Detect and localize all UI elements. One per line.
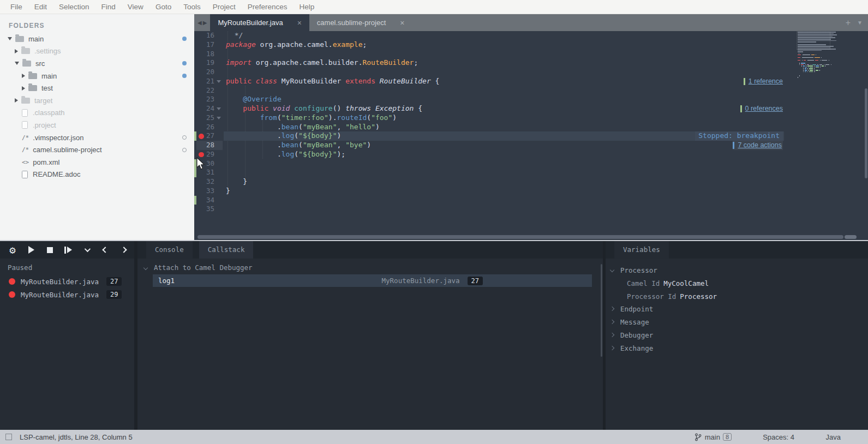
tab-close-icon[interactable]: × xyxy=(297,19,302,27)
code-line-25[interactable]: 25 from("timer:foo").routeId("foo") xyxy=(194,113,868,123)
chevron-right-icon[interactable] xyxy=(610,333,614,337)
git-branch-indicator[interactable]: main 8 xyxy=(695,430,732,444)
sidebar-folder-test[interactable]: test xyxy=(0,82,194,94)
chevron-right-icon[interactable] xyxy=(610,346,614,350)
code-line-29[interactable]: 29 .log("${body}"); xyxy=(194,150,868,159)
code-line-31[interactable]: 31 xyxy=(194,168,868,177)
code-line-20[interactable]: 20 xyxy=(194,68,868,77)
sidebar-file-.vimspector.json[interactable]: /*.vimspector.json xyxy=(0,131,194,144)
code-line-18[interactable]: 18 xyxy=(194,50,868,59)
chevron-down-button[interactable] xyxy=(81,244,93,256)
tab-nav-right-icon[interactable]: ▶ xyxy=(203,20,207,26)
collapse-arrow-icon[interactable] xyxy=(15,62,19,65)
continue-button[interactable] xyxy=(25,244,37,256)
vertical-scrollbar[interactable] xyxy=(865,88,867,178)
code-line-30[interactable]: 30 xyxy=(194,159,868,169)
tab-variables[interactable]: Variables xyxy=(614,241,669,259)
code-line-26[interactable]: 26 .bean("myBean", "hello") xyxy=(194,123,868,132)
variable-group-message[interactable]: Message xyxy=(606,315,868,328)
code-line-16[interactable]: 16 */ xyxy=(194,31,868,40)
menu-item-selection[interactable]: Selection xyxy=(53,0,95,14)
tab-console[interactable]: Console xyxy=(146,241,193,259)
code-line-27[interactable]: 27 .log("${body}")Stopped: breakpoint xyxy=(194,131,868,141)
code-line-35[interactable]: 35 xyxy=(194,205,868,214)
breakpoint-dot-icon[interactable] xyxy=(9,278,15,285)
code-line-34[interactable]: 34 xyxy=(194,196,868,205)
expand-arrow-icon[interactable] xyxy=(15,98,18,103)
sidebar-folder-.settings[interactable]: .settings xyxy=(0,45,194,58)
variable-group-debugger[interactable]: Debugger xyxy=(606,328,868,341)
code-line-23[interactable]: 23 @Override xyxy=(194,95,868,104)
menu-item-tools[interactable]: Tools xyxy=(177,0,207,14)
references-link[interactable]: 0 references xyxy=(740,104,783,113)
tab-MyRouteBuilder.java[interactable]: MyRouteBuilder.java× xyxy=(210,14,309,31)
expand-arrow-icon[interactable] xyxy=(15,49,18,53)
code-line-24[interactable]: 24 public void configure() throws Except… xyxy=(194,104,868,113)
menu-item-preferences[interactable]: Preferences xyxy=(242,0,294,14)
chevron-down-icon[interactable] xyxy=(610,268,614,272)
breakpoint-dot-icon[interactable] xyxy=(9,291,15,298)
menu-item-find[interactable]: Find xyxy=(95,0,122,14)
horizontal-scrollbar[interactable] xyxy=(197,235,843,239)
menu-item-file[interactable]: File xyxy=(4,0,28,14)
code-line-19[interactable]: 19import org.apache.camel.builder.RouteB… xyxy=(194,58,868,68)
sidebar-file-pom.xml[interactable]: <>pom.xml xyxy=(0,156,194,169)
new-tab-icon[interactable]: + xyxy=(846,18,851,28)
tab-camel.sublime-project[interactable]: camel.sublime-project× xyxy=(309,14,412,31)
indentation-indicator[interactable]: Spaces: 4 xyxy=(763,430,794,444)
sidebar-folder-target[interactable]: target xyxy=(0,94,194,107)
code-line-32[interactable]: 32 } xyxy=(194,177,868,187)
references-link[interactable]: 1 reference xyxy=(744,77,783,86)
syntax-indicator[interactable]: Java xyxy=(826,430,841,444)
fold-arrow-icon[interactable] xyxy=(217,80,221,83)
code-actions-link[interactable]: 7 code actions xyxy=(733,141,783,150)
sidebar-file-.project[interactable]: .project xyxy=(0,119,194,131)
chevron-left-button[interactable] xyxy=(99,244,111,256)
sidebar-file-.classpath[interactable]: .classpath xyxy=(0,107,194,119)
tab-overflow-icon[interactable]: ▼ xyxy=(857,20,863,26)
sidebar-file-README.adoc[interactable]: README.adoc xyxy=(0,169,194,181)
expand-arrow-icon[interactable] xyxy=(22,74,25,78)
variable-group-processor[interactable]: Processor xyxy=(606,263,868,277)
menu-item-goto[interactable]: Goto xyxy=(149,0,177,14)
chevron-right-icon[interactable] xyxy=(610,307,614,311)
vcs-status-icon[interactable] xyxy=(5,434,12,440)
settings-gear-icon[interactable]: ⚙ xyxy=(7,244,19,256)
code-line-33[interactable]: 33} xyxy=(194,187,868,196)
chevron-right-button[interactable] xyxy=(118,244,130,256)
sidebar-file-camel.sublime-project[interactable]: /*camel.sublime-project xyxy=(0,143,194,156)
chevron-right-icon[interactable] xyxy=(610,320,614,324)
console-scrollbar[interactable] xyxy=(601,264,602,357)
expand-arrow-icon[interactable] xyxy=(22,86,25,91)
breakpoint-item[interactable]: MyRouteBuilder.java29 xyxy=(0,288,134,301)
fold-arrow-icon[interactable] xyxy=(217,107,221,110)
breakpoint-item[interactable]: MyRouteBuilder.java27 xyxy=(0,275,134,288)
sidebar-folder-main[interactable]: main xyxy=(0,70,194,82)
menu-item-view[interactable]: View xyxy=(122,0,149,14)
thread-row[interactable]: Attach to Camel Debugger xyxy=(144,263,253,272)
code-line-17[interactable]: 17package org.apache.camel.example; xyxy=(194,40,868,50)
stack-frame-row[interactable]: log1MyRouteBuilder.java27 xyxy=(153,274,592,287)
code-line-21[interactable]: 21public class MyRouteBuilder extends Ro… xyxy=(194,77,868,86)
collapse-arrow-icon[interactable] xyxy=(8,37,12,40)
menu-item-help[interactable]: Help xyxy=(294,0,321,14)
tab-close-icon[interactable]: × xyxy=(400,19,404,27)
tab-nav-arrows[interactable]: ◀ ▶ xyxy=(194,14,210,31)
stop-button[interactable] xyxy=(44,244,56,256)
tab-callstack[interactable]: Callstack xyxy=(199,241,254,259)
sidebar-folder-src[interactable]: src xyxy=(0,57,194,70)
tab-nav-left-icon[interactable]: ◀ xyxy=(197,20,202,26)
variable-group-exchange[interactable]: Exchange xyxy=(606,341,868,355)
variable-group-endpoint[interactable]: Endpoint xyxy=(606,302,868,315)
sidebar-folder-main[interactable]: main xyxy=(0,33,194,45)
fold-arrow-icon[interactable] xyxy=(217,117,221,119)
code-line-22[interactable]: 22 xyxy=(194,86,868,95)
minimap[interactable] xyxy=(798,32,852,83)
code-editor[interactable]: 16 */17package org.apache.camel.example;… xyxy=(194,31,868,234)
variable-item[interactable]: Camel IdMyCoolCamel xyxy=(606,277,868,290)
code-line-28[interactable]: 28 .bean("myBean", "bye")7 code actions xyxy=(194,141,868,150)
menu-item-project[interactable]: Project xyxy=(207,0,242,14)
variable-item[interactable]: Processor IdProcessor xyxy=(606,290,868,303)
menu-item-edit[interactable]: Edit xyxy=(28,0,53,14)
step-over-button[interactable] xyxy=(62,244,74,256)
